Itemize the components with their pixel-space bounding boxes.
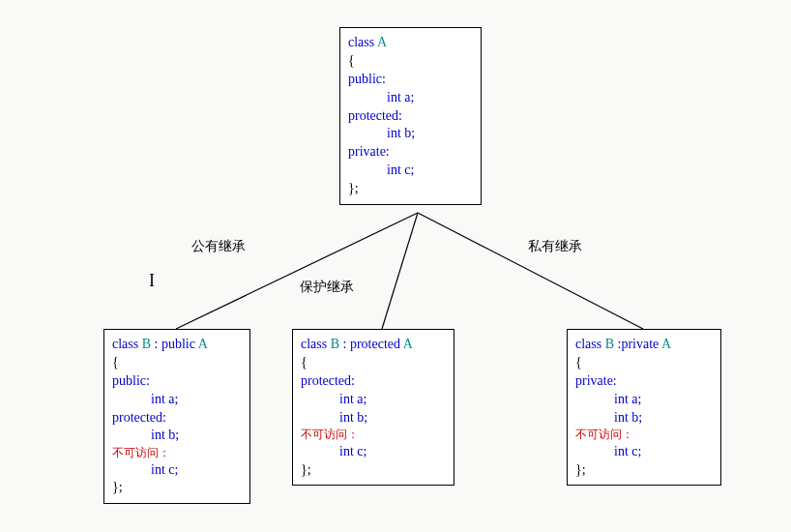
member-a: int a;: [112, 391, 242, 409]
section-protected: protected:: [112, 409, 242, 428]
close-brace: };: [348, 180, 473, 198]
close-brace: };: [301, 461, 446, 480]
close-brace: };: [112, 479, 242, 497]
member-c: int c;: [348, 162, 473, 180]
class-b-private-box: class B :private A { private: int a; int…: [567, 329, 721, 486]
no-access-label: 不可访问：: [575, 427, 713, 442]
class-b-protected-decl: class B : protected A: [301, 336, 446, 354]
section-protected: protected:: [348, 107, 473, 126]
member-b: int b;: [112, 427, 242, 445]
no-access-label: 不可访问：: [301, 427, 446, 442]
class-b-public-decl: class B : public A: [112, 336, 242, 354]
svg-line-1: [382, 213, 418, 329]
section-private: private:: [575, 372, 713, 391]
svg-line-2: [418, 213, 643, 329]
member-a: int a;: [301, 391, 446, 409]
member-c: int c;: [112, 461, 242, 480]
section-public: public:: [112, 372, 242, 391]
class-b-public-box: class B : public A { public: int a; prot…: [103, 329, 250, 504]
class-a-decl: class A: [348, 34, 473, 52]
open-brace: {: [301, 354, 446, 372]
open-brace: {: [112, 354, 242, 372]
section-private: private:: [348, 143, 473, 162]
member-a: int a;: [575, 391, 713, 409]
member-c: int c;: [575, 443, 713, 461]
label-private-inherit: 私有继承: [528, 238, 582, 255]
svg-line-0: [176, 213, 418, 329]
member-b: int b;: [575, 409, 713, 428]
text-cursor-icon: I: [149, 271, 155, 291]
no-access-label: 不可访问：: [112, 445, 242, 460]
section-protected: protected:: [301, 372, 446, 391]
section-public: public:: [348, 71, 473, 89]
label-protected-inherit: 保护继承: [300, 279, 354, 296]
class-b-protected-box: class B : protected A { protected: int a…: [292, 329, 454, 486]
class-a-box: class A { public: int a; protected: int …: [339, 27, 482, 205]
open-brace: {: [348, 52, 473, 71]
member-b: int b;: [301, 409, 446, 428]
open-brace: {: [575, 354, 713, 372]
keyword-class: class: [348, 35, 377, 49]
member-c: int c;: [301, 443, 446, 461]
class-b-private-decl: class B :private A: [575, 336, 713, 354]
member-a: int a;: [348, 89, 473, 107]
close-brace: };: [575, 461, 713, 480]
class-a-name: A: [377, 35, 387, 49]
label-public-inherit: 公有继承: [191, 238, 246, 255]
member-b: int b;: [348, 125, 473, 143]
